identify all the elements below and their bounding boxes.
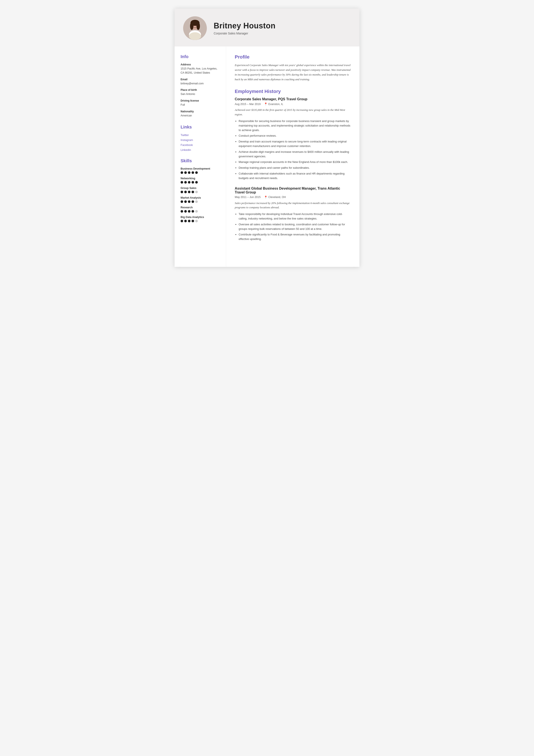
- address-label: Address: [181, 63, 220, 66]
- info-title: Info: [181, 54, 220, 59]
- job-bullet: Oversee all sales activities related to …: [239, 222, 351, 231]
- skill-dots: [181, 210, 220, 213]
- skill-dot: [191, 220, 194, 222]
- svg-point-7: [193, 25, 194, 26]
- skill-dot: [195, 220, 198, 222]
- svg-point-6: [189, 32, 201, 40]
- skill-dot: [181, 171, 183, 174]
- resume-container: Britney Houston Corporate Sales Manager …: [175, 9, 359, 267]
- location-text: Evanston, IL: [268, 103, 283, 106]
- skill-dot: [181, 181, 183, 183]
- driving-value: Full: [181, 103, 220, 107]
- links-title: Links: [181, 124, 220, 129]
- skill-dot: [184, 220, 187, 222]
- birth-item: Place of birth San Antonio: [181, 89, 220, 96]
- skill-dot: [188, 220, 191, 222]
- facebook-link[interactable]: Facebook: [181, 143, 220, 147]
- skill-dot: [184, 181, 187, 183]
- skill-item: Big Data Analytics: [181, 216, 220, 222]
- nationality-item: Nationality American: [181, 110, 220, 118]
- skill-dot: [195, 210, 198, 213]
- skill-dot: [188, 210, 191, 213]
- profile-section: Profile Experienced Corporate Sales Mana…: [235, 54, 351, 82]
- skill-name: Group Sales: [181, 187, 220, 190]
- skill-dot: [181, 191, 183, 193]
- job-bullet: Collaborate with internal stakeholders s…: [239, 172, 351, 180]
- skill-item: Business Development: [181, 167, 220, 174]
- job-location: 📍Cleveland, OH: [264, 196, 286, 199]
- skill-name: Networking: [181, 177, 220, 180]
- driving-item: Driving license Full: [181, 99, 220, 107]
- info-section: Info Address 1515 Pacific Ave, Los Angel…: [181, 54, 220, 118]
- job-bullet: Contribute significantly to Food & Bever…: [239, 232, 351, 241]
- candidate-name: Britney Houston: [214, 21, 276, 30]
- header-info: Britney Houston Corporate Sales Manager: [214, 21, 276, 35]
- profile-title: Profile: [235, 54, 351, 60]
- avatar: [183, 16, 207, 40]
- job-bullet: Conduct performance reviews.: [239, 134, 351, 138]
- job-location: 📍Evanston, IL: [264, 102, 283, 106]
- links-section: Links Twitter Instagram Facebook Linkedi…: [181, 124, 220, 151]
- job-meta: Aug 2015 – Mar 2019📍Evanston, IL: [235, 102, 351, 106]
- skill-name: Market Analysis: [181, 196, 220, 199]
- skill-dot: [188, 171, 191, 174]
- twitter-link[interactable]: Twitter: [181, 133, 220, 137]
- job-meta: May 2011 – Jun 2015📍Cleveland, OH: [235, 196, 351, 199]
- location-pin-icon: 📍: [264, 196, 267, 199]
- profile-text: Experienced Corporate Sales Manager with…: [235, 63, 351, 82]
- skill-dot: [181, 220, 183, 222]
- jobs-list: Corporate Sales Manager, PQS Travel Grou…: [235, 97, 351, 241]
- skill-dot: [188, 181, 191, 183]
- skill-dots: [181, 220, 220, 222]
- skill-dots: [181, 200, 220, 203]
- skill-item: Research: [181, 206, 220, 213]
- job-intro: Sales performance increased by 20% follo…: [235, 201, 351, 210]
- nationality-label: Nationality: [181, 110, 220, 113]
- email-label: Email: [181, 78, 220, 81]
- skills-section: Skills Business DevelopmentNetworkingGro…: [181, 158, 220, 222]
- job-title: Assistant Global Business Development Ma…: [235, 187, 351, 194]
- candidate-title: Corporate Sales Manager: [214, 32, 276, 35]
- skill-dot: [195, 181, 198, 183]
- skill-item: Networking: [181, 177, 220, 183]
- skill-dot: [184, 191, 187, 193]
- job-bullet: Develop and train account managers to se…: [239, 140, 351, 148]
- employment-section: Employment History Corporate Sales Manag…: [235, 89, 351, 241]
- skill-dot: [191, 200, 194, 203]
- job-dates: May 2011 – Jun 2015: [235, 196, 261, 199]
- job-entry: Assistant Global Business Development Ma…: [235, 187, 351, 241]
- skill-dot: [184, 171, 187, 174]
- skill-dot: [191, 191, 194, 193]
- job-dates: Aug 2015 – Mar 2019: [235, 103, 261, 106]
- driving-label: Driving license: [181, 99, 220, 102]
- skill-dot: [184, 200, 187, 203]
- skill-name: Business Development: [181, 167, 220, 170]
- skill-dots: [181, 171, 220, 174]
- svg-point-5: [196, 22, 200, 30]
- skill-name: Research: [181, 206, 220, 209]
- job-bullets: Responsible for securing business for co…: [235, 119, 351, 180]
- address-value: 1515 Pacific Ave, Los Angeles, CA 90291,…: [181, 67, 220, 75]
- job-bullet: Responsible for securing business for co…: [239, 119, 351, 132]
- skill-dots: [181, 181, 220, 183]
- skill-dots: [181, 191, 220, 193]
- body-section: Info Address 1515 Pacific Ave, Los Angel…: [175, 46, 359, 267]
- skill-dot: [191, 210, 194, 213]
- birth-value: San Antonio: [181, 92, 220, 96]
- skill-dot: [195, 200, 198, 203]
- skill-dot: [195, 191, 198, 193]
- skill-dot: [191, 181, 194, 183]
- email-item: Email britney@email.com: [181, 78, 220, 86]
- linkedin-link[interactable]: Linkedin: [181, 148, 220, 151]
- skill-dot: [188, 191, 191, 193]
- location-text: Cleveland, OH: [268, 196, 286, 199]
- birth-label: Place of birth: [181, 89, 220, 92]
- skill-item: Group Sales: [181, 187, 220, 193]
- sidebar: Info Address 1515 Pacific Ave, Los Angel…: [175, 46, 226, 267]
- skill-name: Big Data Analytics: [181, 216, 220, 219]
- svg-point-8: [196, 25, 197, 26]
- skill-dot: [181, 210, 183, 213]
- main-content: Profile Experienced Corporate Sales Mana…: [226, 46, 359, 267]
- skill-dot: [188, 200, 191, 203]
- instagram-link[interactable]: Instagram: [181, 138, 220, 142]
